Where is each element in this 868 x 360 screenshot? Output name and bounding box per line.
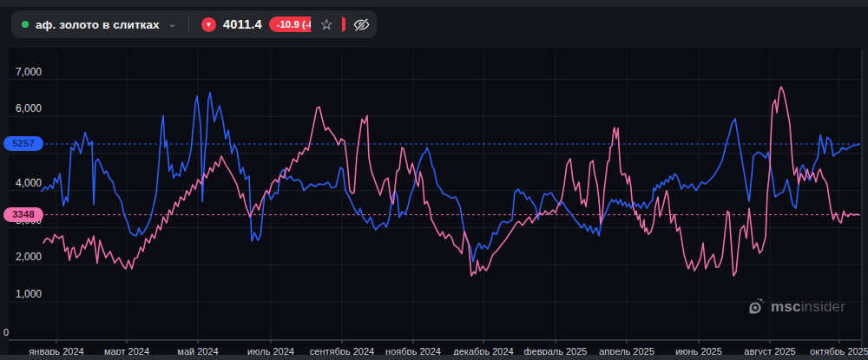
favorite-button[interactable]: ☆ [311,10,342,38]
hide-series-button[interactable] [345,10,377,38]
chart-canvas[interactable] [0,48,868,355]
window-bottom-strip [0,355,868,360]
star-icon: ☆ [319,17,332,32]
chevron-down-icon[interactable]: ⌄ [168,18,176,29]
eye-off-icon [353,16,370,33]
status-dot-icon [22,21,29,28]
window-top-strip [0,0,868,7]
last-price: 4011.4 [223,17,262,31]
legend-divider [188,16,189,32]
blue-series-price-badge: 5257 [3,136,43,151]
instrument-name: аф. золото в слитках [36,18,160,31]
pink-series-line [43,87,859,276]
chart-plot-area[interactable]: mscinsider 7,0006,0005,0004,0003,0002,00… [0,48,868,355]
instrument-legend[interactable]: аф. золото в слитках ⌄ ▼ 4011.4 -10.9 (-… [11,10,358,38]
price-down-icon: ▼ [201,17,216,32]
chart-header: аф. золото в слитках ⌄ ▼ 4011.4 -10.9 (-… [0,7,868,48]
pink-series-price-badge: 3348 [3,207,43,222]
